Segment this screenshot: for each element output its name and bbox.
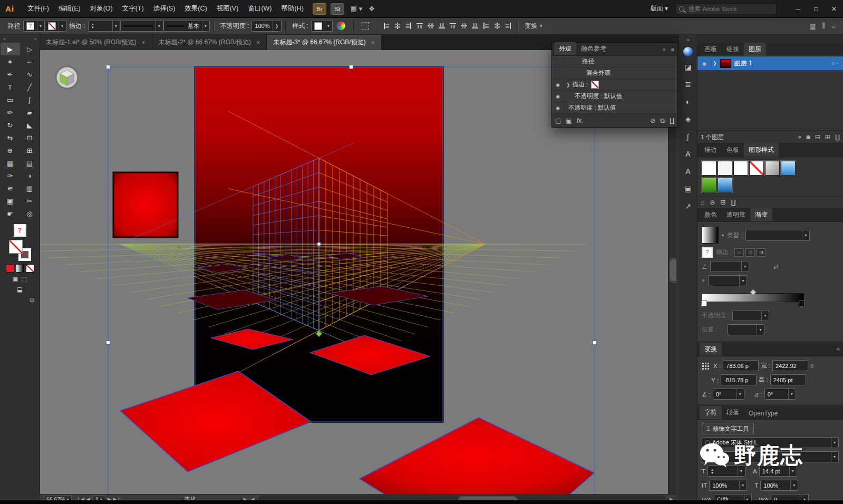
color-button[interactable]: [6, 264, 14, 273]
color-guide-tab[interactable]: 颜色参考: [576, 42, 611, 55]
make-clip-mask-icon[interactable]: ◙: [807, 133, 810, 141]
horizontal-scale-field[interactable]: 100%▾: [760, 480, 798, 491]
character-styles-panel-icon[interactable]: A: [681, 164, 695, 178]
appearance-expand-icon[interactable]: »: [662, 46, 665, 52]
menu-item[interactable]: 窗口(W): [243, 0, 276, 17]
hand-tool[interactable]: ☛: [1, 207, 20, 220]
gradient-stop-end[interactable]: [799, 301, 805, 306]
visibility-icon[interactable]: ◉: [556, 82, 560, 88]
pencil-tool[interactable]: ✏: [1, 106, 20, 119]
tab-close-icon[interactable]: ×: [256, 39, 260, 46]
distribute-horizontal-center-icon[interactable]: [493, 22, 501, 30]
x-field[interactable]: 783.06 p: [723, 360, 759, 371]
transform-panel-menu-icon[interactable]: ≡: [837, 346, 840, 353]
gradient-aspect-field[interactable]: ▾: [708, 275, 747, 286]
dock-columns-icon[interactable]: ⫼: [822, 22, 825, 30]
eraser-tool[interactable]: ▰: [20, 106, 40, 119]
arrange-documents-icon[interactable]: ▦ ▾: [351, 5, 362, 13]
lasso-tool[interactable]: ∽: [20, 55, 40, 68]
add-new-fill-icon[interactable]: ▣: [566, 117, 571, 124]
panel-tab[interactable]: 字符: [700, 406, 722, 419]
gradient-menu-icon[interactable]: ▾: [722, 233, 724, 238]
distribute-top-icon[interactable]: [449, 22, 457, 30]
screen-mode-icon[interactable]: ⬓: [17, 286, 23, 293]
menu-item[interactable]: 选择(S): [149, 0, 180, 17]
brushes-panel-icon[interactable]: ∫: [681, 130, 695, 143]
height-field[interactable]: 2405 pt: [770, 374, 806, 385]
gradient-tool[interactable]: ▤: [20, 157, 40, 169]
perspective-grid-tool[interactable]: ⊞: [20, 144, 40, 157]
tab-close-icon[interactable]: ×: [371, 39, 375, 46]
rotate-field[interactable]: 0°▾: [713, 389, 744, 400]
panel-tab[interactable]: 链接: [722, 43, 744, 56]
fill-color-dropdown[interactable]: ?▾: [23, 21, 45, 32]
gradient-angle-field[interactable]: ▾: [710, 261, 749, 272]
panel-menu-icon[interactable]: ≡: [831, 22, 836, 30]
scale-tool[interactable]: ◣: [20, 119, 40, 131]
dock-collapse-icon[interactable]: «: [686, 37, 690, 43]
workspace-switcher[interactable]: 版面 ▾: [651, 4, 668, 13]
panel-tab[interactable]: 图层: [744, 43, 766, 56]
doc-tab-3[interactable]: 未标题-3* @ 66.67% (RGB/预览) ×: [267, 35, 382, 50]
perspective-grid-widget[interactable]: [56, 66, 78, 89]
rotate-tool[interactable]: ↻: [1, 119, 20, 131]
clear-appearance-icon[interactable]: ⊘: [650, 117, 655, 124]
layer-thumbnail[interactable]: [720, 59, 731, 68]
style-thumb-3[interactable]: [733, 161, 748, 176]
new-layer-icon[interactable]: ⊞: [825, 133, 830, 141]
vertical-scale-field[interactable]: 100%▾: [709, 480, 747, 491]
style-thumb-5[interactable]: [765, 161, 780, 176]
big-red-polygon-right[interactable]: [360, 418, 594, 495]
draw-normal-icon[interactable]: ▣: [13, 276, 18, 283]
delete-graphic-style-icon[interactable]: ∐: [731, 199, 735, 206]
recolor-artwork-icon[interactable]: [337, 22, 345, 30]
export-panel-icon[interactable]: ↗: [681, 199, 695, 213]
appearance-row-stroke[interactable]: ◉ ❯ 描边 :: [552, 79, 677, 91]
align-horizontal-center-icon[interactable]: [393, 22, 402, 30]
stroke-panel-icon[interactable]: ≣: [681, 77, 695, 91]
paintbrush-tool[interactable]: ∫: [20, 93, 40, 106]
draw-behind-icon[interactable]: ⬚: [22, 276, 27, 283]
style-thumb-default[interactable]: [702, 161, 716, 176]
mesh-tool[interactable]: ▦: [1, 157, 20, 169]
gradient-fill-question-swatch[interactable]: ?: [702, 247, 713, 258]
appearance-row-opacity-1[interactable]: ◉ 不透明度 : 默认值: [552, 91, 677, 102]
appearance-row-blend[interactable]: 混合外观: [552, 67, 677, 79]
delete-item-icon[interactable]: ∐: [670, 117, 674, 124]
locate-object-icon[interactable]: ⌖: [798, 133, 802, 141]
menu-item[interactable]: 文件(F): [23, 0, 54, 17]
eyedropper-tool[interactable]: ✑: [1, 169, 20, 182]
zoom-tool[interactable]: ◎: [20, 207, 40, 220]
adobe-stock-search-input[interactable]: [687, 5, 758, 13]
transform-panel-tab[interactable]: 变换: [700, 343, 722, 356]
distribute-left-icon[interactable]: [482, 22, 490, 30]
direct-selection-tool[interactable]: ▷: [20, 43, 40, 55]
add-effect-icon[interactable]: fx.: [577, 117, 584, 124]
panel-tab[interactable]: 透明度: [722, 208, 750, 221]
brush-definition-dropdown[interactable]: 基本▾: [163, 21, 210, 32]
collapse-panel-icon[interactable]: ⧉: [30, 296, 34, 304]
reference-point-locator[interactable]: [702, 362, 709, 370]
workspace-icon[interactable]: ❖: [369, 5, 375, 13]
stepper-icon[interactable]: ▲▼: [91, 23, 94, 29]
appearance-row-path[interactable]: 路径: [552, 56, 677, 67]
align-left-icon[interactable]: [382, 22, 391, 30]
appearance-menu-icon[interactable]: ≡: [671, 46, 674, 52]
none-button[interactable]: [26, 264, 34, 273]
toolbar-collapse-icon[interactable]: «: [3, 36, 6, 42]
color-panel-icon[interactable]: [683, 47, 693, 56]
gradient-stop-start[interactable]: [701, 301, 707, 306]
menu-item[interactable]: 编辑(E): [54, 0, 85, 17]
style-thumb-4[interactable]: [749, 161, 764, 176]
panel-tab[interactable]: 色板: [722, 143, 744, 157]
width-tool[interactable]: ⇆: [1, 131, 20, 144]
gradient-slider[interactable]: [702, 293, 804, 302]
artboard-tool[interactable]: ▣: [1, 195, 20, 207]
opacity-field[interactable]: 100%❯: [251, 21, 282, 32]
transform-label[interactable]: 变换: [525, 22, 537, 31]
type-tool[interactable]: T: [1, 81, 20, 93]
slice-tool[interactable]: ✂: [20, 195, 40, 207]
appearance-tab[interactable]: 外观: [554, 42, 576, 55]
style-thumb-6[interactable]: [781, 161, 796, 176]
grid-view-icon[interactable]: ▦: [809, 22, 816, 30]
